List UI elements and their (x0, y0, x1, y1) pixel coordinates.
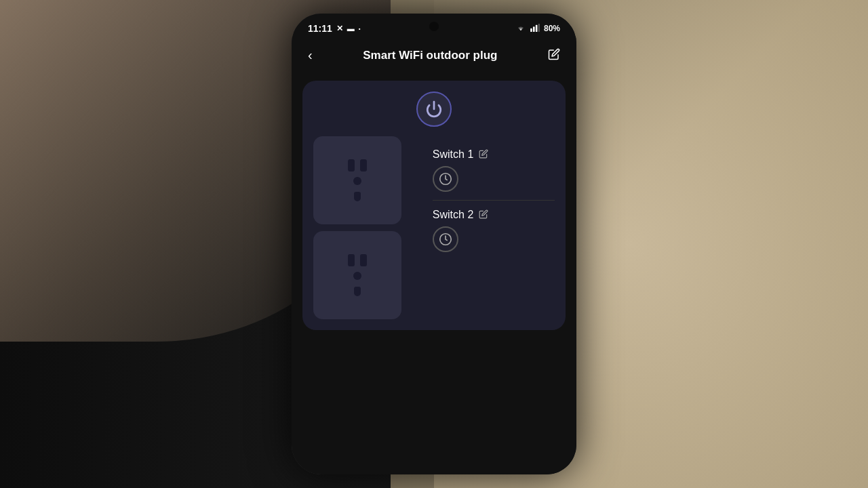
power-button[interactable] (416, 92, 452, 127)
dot-icon: • (359, 26, 361, 32)
switch-1-schedule-button[interactable] (433, 166, 458, 192)
switch-1-edit-icon[interactable] (479, 149, 488, 161)
status-left: 11:11 ✕ ▬ • (308, 23, 361, 34)
switches-column: Switch 1 (433, 136, 555, 258)
page-title: Smart WiFi outdoor plug (363, 49, 497, 62)
phone: 11:11 ✕ ▬ • (292, 14, 576, 474)
slot-ground-1 (354, 192, 361, 201)
battery-small-icon: ▬ (347, 24, 355, 33)
switch-divider (433, 200, 555, 201)
outlet-slots-top-2 (348, 254, 367, 266)
status-right: 80% (515, 24, 560, 34)
phone-screen: 11:11 ✕ ▬ • (292, 14, 576, 474)
switch-2-edit-icon[interactable] (479, 209, 488, 221)
outlet-1[interactable] (313, 136, 401, 224)
switch-2-row: Switch 2 (433, 203, 555, 258)
clock-1-icon (438, 171, 453, 186)
wifi-icon (515, 24, 526, 34)
outlet-2[interactable] (313, 231, 401, 319)
edit-button[interactable] (545, 45, 563, 66)
main-content: Switch 1 (292, 74, 576, 474)
switch-2-schedule-button[interactable] (433, 226, 458, 252)
outlets-column (313, 136, 425, 319)
switch-2-label: Switch 2 (433, 209, 473, 221)
svg-rect-0 (530, 28, 532, 31)
svg-rect-2 (536, 24, 538, 31)
x-icon: ✕ (336, 24, 343, 33)
power-icon (425, 100, 443, 118)
status-time: 11:11 (308, 23, 332, 34)
svg-rect-3 (538, 24, 540, 32)
outlet-face-2 (348, 254, 367, 296)
clock-2-icon (438, 232, 453, 247)
outlet-slots-top-1 (348, 159, 367, 171)
switch-1-row: Switch 1 (433, 143, 555, 197)
switch-2-label-row: Switch 2 (433, 209, 488, 221)
power-row (416, 92, 452, 127)
outlets-switches: Switch 1 (313, 136, 555, 319)
switch-1-label-row: Switch 1 (433, 148, 488, 161)
slot-left-1 (348, 159, 355, 171)
outlet-face-1 (348, 159, 367, 201)
slot-round-1 (353, 177, 361, 185)
slot-right-2 (360, 254, 367, 266)
switch-1-label: Switch 1 (433, 148, 473, 161)
camera-punch-hole (429, 22, 439, 31)
plug-card: Switch 1 (302, 81, 566, 330)
slot-right-1 (360, 159, 367, 171)
slot-left-2 (348, 254, 355, 266)
scene: 11:11 ✕ ▬ • (0, 0, 868, 488)
battery-percentage: 80% (544, 24, 560, 33)
slot-round-2 (353, 272, 361, 280)
svg-rect-1 (533, 26, 535, 32)
back-button[interactable]: ‹ (305, 45, 315, 66)
slot-ground-2 (354, 287, 361, 296)
nav-header: ‹ Smart WiFi outdoor plug (292, 39, 576, 74)
signal-icon (530, 24, 540, 34)
